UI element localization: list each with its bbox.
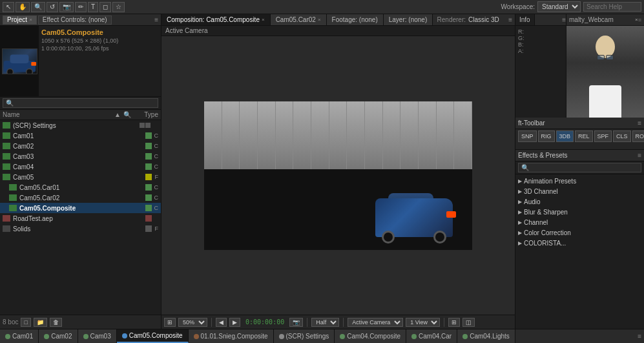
view-count-select[interactable]: 1 View: [406, 318, 440, 327]
item-count: 8 boc: [3, 318, 18, 326]
col-name-header: Name: [3, 111, 114, 118]
zoom-fit-button[interactable]: ⊞: [164, 318, 176, 327]
file-name: Cam05.Car01: [19, 184, 145, 191]
camera-select[interactable]: Active Camera: [348, 318, 403, 327]
file-item[interactable]: Cam01 C: [0, 130, 161, 141]
file-item[interactable]: (SCR) Settings: [0, 120, 161, 130]
rig-button[interactable]: RIG: [538, 130, 555, 142]
roi-button[interactable]: ROI: [632, 130, 644, 142]
ft-toolbar-options[interactable]: ≡: [638, 120, 641, 127]
file-item[interactable]: Cam02 C: [0, 141, 161, 151]
file-item[interactable]: RoadTest.aep: [0, 213, 161, 223]
spf-button[interactable]: SPF: [594, 130, 612, 142]
cls-button[interactable]: CLS: [613, 130, 631, 142]
info-panel-options[interactable]: ≡: [562, 16, 566, 23]
file-item[interactable]: Cam05 F: [0, 172, 161, 182]
select-tool[interactable]: ↖: [3, 2, 14, 12]
colorista-header[interactable]: ▶ COLORISTA...: [515, 238, 644, 248]
timeline-tab-cam01[interactable]: Cam01: [0, 329, 39, 343]
left-panel-options[interactable]: ≡: [154, 16, 158, 23]
animation-presets-header[interactable]: ▶ Animation Presets: [515, 176, 644, 186]
effects-panel-options[interactable]: ≡: [638, 152, 641, 159]
grid-button[interactable]: ⊞: [448, 318, 460, 327]
project-tab[interactable]: Project ×: [3, 16, 37, 25]
info-content: R: G: B: A:: [515, 26, 566, 118]
3db-button[interactable]: 3DB: [556, 130, 574, 142]
3d-channel-header[interactable]: ▶ 3D Channel: [515, 186, 644, 196]
light-bar: [437, 101, 455, 169]
color-correction-label: Color Correction: [524, 229, 571, 236]
effects-section-blur-sharpen[interactable]: ▶ Blur & Sharpen: [515, 207, 644, 217]
timeline-tabs-options[interactable]: ≡: [635, 333, 644, 340]
project-search-input[interactable]: [3, 98, 158, 108]
car02-tab[interactable]: Cam05.Car02 ×: [271, 14, 327, 25]
quality-select[interactable]: Half: [311, 318, 339, 327]
audio-header[interactable]: ▶ Audio: [515, 196, 644, 207]
text-tool[interactable]: T: [88, 2, 98, 12]
search-help-input[interactable]: [583, 2, 641, 12]
timeline-tab-cam04-composite[interactable]: Cam04.Composite: [335, 329, 406, 343]
effects-search-input[interactable]: [518, 163, 641, 172]
effects-section-colorista[interactable]: ▶ COLORISTA...: [515, 238, 644, 248]
tab-color-dot: [340, 334, 345, 339]
play-button[interactable]: ▶: [229, 318, 240, 327]
ft-toolbar-label: ft-Toolbar: [518, 120, 545, 127]
effects-section-animation-presets[interactable]: ▶ Animation Presets: [515, 176, 644, 186]
new-comp-button[interactable]: □: [21, 318, 30, 327]
file-icon: [3, 122, 10, 129]
indicator: [145, 123, 151, 128]
hand-tool[interactable]: ✋: [16, 2, 30, 12]
project-tab-close[interactable]: ×: [29, 17, 32, 23]
zoom-tool[interactable]: 🔍: [31, 2, 45, 12]
folder-button[interactable]: 📁: [34, 318, 47, 327]
effects-section-channel[interactable]: ▶ Channel: [515, 217, 644, 227]
file-color-swatch: [145, 132, 152, 139]
timeline-tab-snieg[interactable]: 01.01.Snieg.Composite: [189, 329, 274, 343]
zoom-select[interactable]: 50%: [178, 318, 207, 327]
timeline-tab-cam04-lights[interactable]: Cam04.Lights: [457, 329, 515, 343]
file-item[interactable]: Cam03 C: [0, 151, 161, 161]
file-item-selected[interactable]: Cam05.Composite C: [0, 203, 161, 213]
rel-button[interactable]: REL: [575, 130, 593, 142]
layer-tab[interactable]: Layer: (none): [384, 14, 433, 25]
effects-section-color-correction[interactable]: ▶ Color Correction: [515, 227, 644, 238]
frame-back-button[interactable]: ◀: [216, 318, 227, 327]
car02-tab-close[interactable]: ×: [318, 17, 321, 23]
pen-tool[interactable]: ✏: [75, 2, 87, 12]
footage-tab[interactable]: Footage: (none): [327, 14, 384, 25]
composition-tab[interactable]: Composition: Cam05.Composite ×: [161, 14, 271, 25]
tab-label: Cam04.Composite: [347, 333, 400, 340]
workspace-select[interactable]: Standard: [537, 1, 581, 12]
safe-areas-button[interactable]: ◫: [462, 318, 475, 327]
effect-controls-tab[interactable]: Effect Controls: (none): [38, 16, 112, 25]
rotate-tool[interactable]: ↺: [47, 2, 58, 12]
info-tab[interactable]: Info: [515, 14, 535, 25]
timeline-tab-cam02[interactable]: Cam02: [39, 329, 78, 343]
timeline-tab-cam03[interactable]: Cam03: [78, 329, 117, 343]
delete-button[interactable]: 🗑: [50, 318, 62, 327]
timeline-tab-cam05-composite[interactable]: Cam05.Composite: [117, 329, 189, 343]
color-correction-header[interactable]: ▶ Color Correction: [515, 227, 644, 238]
car-wheel-rear: [433, 231, 446, 244]
timeline-tab-scr-settings[interactable]: (SCR) Settings: [274, 329, 335, 343]
composition-tab-close[interactable]: ×: [262, 17, 265, 23]
file-item[interactable]: Solids F: [0, 223, 161, 234]
audio-label: Audio: [524, 198, 541, 205]
shape-tool[interactable]: ◻: [99, 2, 111, 12]
snapshot-button[interactable]: 📷: [289, 318, 303, 327]
camera-tool[interactable]: 📷: [59, 2, 74, 12]
effects-section-audio[interactable]: ▶ Audio: [515, 196, 644, 207]
channel-header[interactable]: ▶ Channel: [515, 217, 644, 227]
viewer-options[interactable]: ≡: [506, 16, 515, 23]
effects-section-3d-channel[interactable]: ▶ 3D Channel: [515, 186, 644, 196]
light-bar: [347, 101, 365, 169]
snp-button[interactable]: SNP: [518, 130, 537, 142]
webcam-options[interactable]: ≡: [638, 17, 641, 23]
file-item[interactable]: Cam04 C: [0, 161, 161, 172]
puppet-tool[interactable]: ☆: [112, 2, 125, 12]
timeline-tab-cam04-car[interactable]: Cam04.Car: [406, 329, 457, 343]
left-panel: Project × Effect Controls: (none) ≡: [0, 14, 161, 329]
blur-sharpen-header[interactable]: ▶ Blur & Sharpen: [515, 207, 644, 217]
file-item[interactable]: Cam05.Car02 C: [0, 192, 161, 203]
file-item[interactable]: Cam05.Car01 C: [0, 182, 161, 192]
